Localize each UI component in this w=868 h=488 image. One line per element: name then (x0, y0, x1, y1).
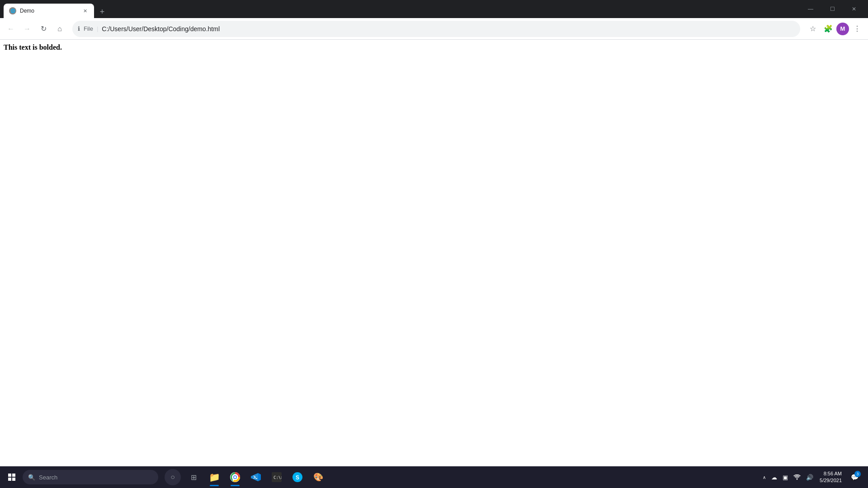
page-content: This text is bolded. (0, 40, 868, 466)
taskbar-file-explorer[interactable]: 📁 (204, 467, 224, 487)
time-display: 8:56 AM (820, 470, 842, 477)
taskbar-chrome[interactable] (225, 467, 245, 487)
vscode-icon (251, 472, 261, 482)
address-bar[interactable]: ℹ File | C:/Users/User/Desktop/Coding/de… (72, 21, 800, 37)
address-separator: | (97, 25, 98, 32)
paint-icon: 🎨 (313, 472, 323, 482)
taskbar-vscode[interactable] (246, 467, 266, 487)
hidden-icons-button[interactable]: ∧ (761, 473, 768, 482)
cloud-icon[interactable]: ☁ (769, 472, 779, 483)
windows-icon-bl (8, 478, 11, 481)
back-button[interactable]: ← (4, 22, 18, 36)
title-bar: 🌐 Demo ✕ + — ☐ ✕ (0, 0, 868, 18)
taskbar-paint[interactable]: 🎨 (308, 467, 328, 487)
navigation-bar: ← → ↻ ⌂ ℹ File | C:/Users/User/Desktop/C… (0, 18, 868, 40)
start-button[interactable] (2, 467, 22, 487)
svg-text:C:\>: C:\> (274, 475, 282, 480)
svg-text:S: S (296, 474, 299, 481)
home-button[interactable]: ⌂ (52, 22, 67, 36)
active-tab[interactable]: 🌐 Demo ✕ (4, 4, 94, 18)
tab-close-button[interactable]: ✕ (81, 7, 89, 14)
file-label: File (84, 25, 93, 32)
url-text: C:/Users/User/Desktop/Coding/demo.html (102, 25, 795, 33)
windows-icon (8, 474, 15, 481)
bold-text: This text is bolded. (4, 43, 62, 51)
windows-icon-tl (8, 474, 11, 477)
windows-icon-tr (12, 474, 15, 477)
taskbar-search-text: Search (39, 474, 57, 481)
taskbar-apps: ○ ⊞ 📁 (163, 467, 328, 487)
clock-area[interactable]: 8:56 AM 5/29/2021 (817, 469, 844, 485)
maximize-button[interactable]: ☐ (822, 2, 843, 16)
taskbar-task-view[interactable]: ⊞ (184, 467, 203, 487)
minimize-button[interactable]: — (800, 2, 821, 16)
chrome-icon (230, 472, 240, 482)
browser-window: 🌐 Demo ✕ + — ☐ ✕ ← → ↻ ⌂ ℹ File | C:/Use… (0, 0, 868, 488)
terminal-icon: C:\> (272, 472, 282, 482)
taskbar-terminal[interactable]: C:\> (267, 467, 287, 487)
more-button[interactable]: ⋮ (850, 22, 864, 36)
forward-button[interactable]: → (20, 22, 34, 36)
tab-favicon: 🌐 (9, 7, 16, 14)
taskbar-search[interactable]: 🔍 Search (23, 470, 158, 484)
bookmark-button[interactable]: ☆ (806, 22, 820, 36)
notification-button[interactable]: 💬 3 (846, 469, 863, 485)
new-tab-button[interactable]: + (96, 5, 108, 18)
taskbar: 🔍 Search ○ ⊞ 📁 (0, 466, 868, 488)
cortana-icon: ○ (165, 469, 181, 485)
system-tray: ∧ ☁ ▣ 🔊 8:56 AM 5/29/2021 💬 3 (761, 469, 866, 485)
taskbar-skype[interactable]: S (288, 467, 307, 487)
profile-button[interactable]: M (836, 23, 849, 35)
close-button[interactable]: ✕ (844, 2, 864, 16)
taskbar-cortana[interactable]: ○ (163, 467, 183, 487)
nav-right-buttons: ☆ 🧩 M ⋮ (806, 22, 864, 36)
volume-icon[interactable]: 🔊 (804, 472, 815, 483)
window-controls: — ☐ ✕ (800, 2, 864, 16)
chevron-up-icon: ∧ (763, 475, 766, 480)
file-explorer-icon: 📁 (209, 472, 220, 483)
display-icon[interactable]: ▣ (781, 472, 790, 483)
windows-icon-br (12, 478, 15, 481)
skype-icon: S (292, 472, 302, 482)
wifi-icon[interactable] (792, 473, 802, 482)
info-icon: ℹ (78, 25, 80, 32)
taskbar-search-icon: 🔍 (28, 474, 35, 481)
tab-title: Demo (20, 8, 78, 14)
extensions-button[interactable]: 🧩 (821, 22, 835, 36)
refresh-button[interactable]: ↻ (36, 22, 51, 36)
svg-point-3 (234, 476, 236, 479)
tab-area: 🌐 Demo ✕ + (4, 0, 795, 18)
notification-badge: 3 (854, 471, 861, 477)
date-display: 5/29/2021 (820, 477, 842, 484)
